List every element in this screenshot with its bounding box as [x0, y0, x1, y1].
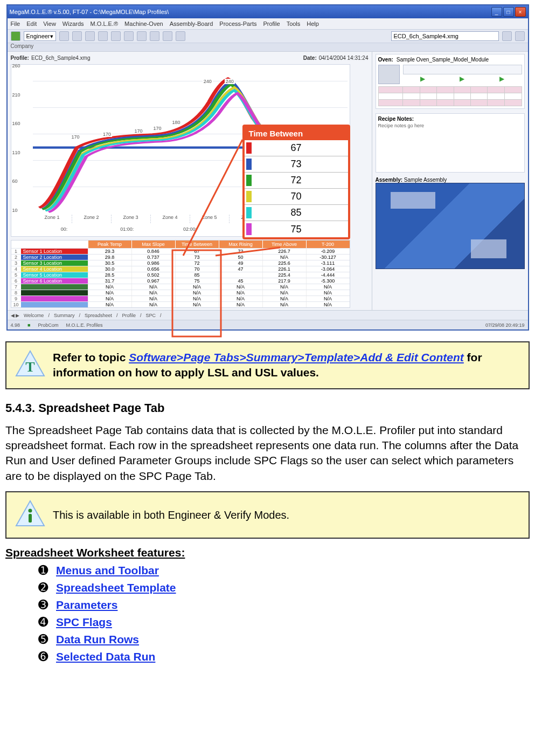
menu-item[interactable]: File [11, 20, 20, 27]
menu-item[interactable]: Process-Parts [219, 20, 256, 27]
feature-link[interactable]: Selected Data Run [56, 650, 155, 663]
table-row: 1Sensor 1 Location29.30.8466772226.7-0.2… [11, 248, 350, 254]
tab[interactable]: Spreadsheet [85, 313, 112, 318]
oven-sketch: ▶▶▶ [378, 65, 522, 84]
menubar: File Edit View Wizards M.O.L.E.® Machine… [8, 18, 528, 29]
feature-link[interactable]: Spreadsheet Template [56, 581, 176, 594]
table-row: 2Sensor 2 Location29.80.7377350N/A-30.12… [11, 254, 350, 260]
data-table: Peak Temp Max Slope Time Between Max Ris… [11, 240, 350, 308]
assembly-name: Sample Assembly [404, 177, 447, 183]
table-row: 7N/AN/AN/AN/AN/AN/A [11, 284, 350, 290]
toolbar-icon[interactable] [72, 31, 82, 41]
menu-item[interactable]: Profile [263, 20, 280, 27]
date-value: 04/14/2004 14:31:24 [319, 55, 369, 61]
tab[interactable]: Welcome [24, 313, 44, 318]
tab-strip: ◀ ▶ Welcome/ Summary/ Spreadsheet/ Profi… [8, 310, 528, 320]
main-panel: Profile: ECD_6ch_Sample4.xmg Date: 04/14… [8, 52, 372, 310]
table-row: 6Sensor 6 Location31.70.9677545217.9-5.3… [11, 278, 350, 284]
profile-name: ECD_6ch_Sample4.xmg [31, 55, 91, 61]
assembly-label: Assembly: [376, 177, 403, 183]
user-dropdown[interactable]: Engineer ▾ [24, 31, 56, 41]
toolbar-icon[interactable] [163, 31, 172, 41]
menu-item[interactable]: M.O.L.E.® [91, 20, 119, 27]
assembly-image [376, 183, 525, 269]
profile-label: Profile: [11, 55, 29, 61]
features-list: ➊Menus and Toolbar ➋Spreadsheet Template… [5, 563, 530, 664]
oven-label: Oven: [378, 57, 393, 63]
toolbar-icon[interactable] [85, 31, 95, 41]
menu-item[interactable]: Tools [287, 20, 301, 27]
section-heading: 5.4.3. Spreadsheet Page Tab [5, 401, 530, 415]
date-label: Date: [303, 55, 317, 61]
app-window: MegaM.O.L.E.® v.5.00, FT-07 - C:\MegaMOL… [6, 4, 529, 331]
callout-title: Time Between [245, 127, 348, 140]
svg-rect-7 [29, 514, 32, 523]
feature-link[interactable]: Menus and Toolbar [56, 564, 159, 577]
features-title: Spreadsheet Worksheet features: [5, 546, 530, 559]
info-icon [15, 500, 45, 530]
svg-point-6 [29, 509, 32, 513]
titlebar: MegaM.O.L.E.® v.5.00, FT-07 - C:\MegaMOL… [8, 5, 528, 18]
note-tip: T Refer to topic Software>Page Tabs>Summ… [5, 341, 530, 389]
file-dropdown[interactable]: ECD_6ch_Sample4.xmg [391, 31, 499, 41]
note-info: This is available in both Engineer & Ver… [5, 491, 530, 539]
toolbar-icon[interactable] [124, 31, 134, 41]
menu-item[interactable]: Wizards [62, 20, 84, 27]
menu-item[interactable]: View [43, 20, 56, 27]
callout-popup: Time Between 67 73 72 70 85 75 [242, 125, 350, 239]
toolbar: Engineer ▾ ECD_6ch_Sample4.xmg [8, 29, 528, 43]
table-row: 8N/AN/AN/AN/AN/AN/A [11, 290, 350, 295]
toolbar-icon[interactable] [150, 31, 159, 41]
table-row: 3Sensor 3 Location30.50.9867249225.6-3.1… [11, 260, 350, 266]
note-info-text: This is available in both Engineer & Ver… [53, 508, 289, 523]
table-row: 4Sensor 4 Location30.00.6567047226.1-3.0… [11, 266, 350, 272]
tab[interactable]: Profile [122, 313, 136, 318]
close-button[interactable]: × [515, 7, 526, 17]
toolbar-icon[interactable] [137, 31, 147, 41]
menu-item[interactable]: Edit [26, 20, 37, 27]
minimize-button[interactable]: _ [491, 7, 502, 17]
toolbar-icon[interactable] [515, 31, 525, 41]
tab[interactable]: SPC [146, 313, 156, 318]
toolbar-icon[interactable] [502, 31, 512, 41]
toolbar-icon[interactable] [176, 31, 185, 41]
feature-link[interactable]: Data Run Rows [56, 633, 139, 646]
toolbar-icon[interactable] [59, 31, 69, 41]
menu-item[interactable]: Help [307, 20, 319, 27]
note-link[interactable]: Software>Page Tabs>Summary>Template>Add … [129, 351, 464, 363]
toolbar-icon[interactable] [98, 31, 108, 41]
svg-text:T: T [25, 359, 34, 375]
feature-link[interactable]: SPC Flags [56, 616, 112, 629]
side-panel: Oven: Sample Oven_Sample_Model_Module ▶▶… [372, 52, 528, 310]
user-button[interactable] [11, 31, 20, 41]
oven-name: Sample Oven_Sample_Model_Module [397, 57, 489, 63]
maximize-button[interactable]: □ [503, 7, 514, 17]
menu-item[interactable]: Assembly-Board [170, 20, 213, 27]
status-bar: 4.98 ■ ProbCom M.O.L.E. Profiles 07/29/0… [8, 320, 528, 329]
tab[interactable]: Summary [54, 313, 75, 318]
toolbar-icon[interactable] [111, 31, 121, 41]
feature-link[interactable]: Parameters [56, 599, 117, 611]
window-title: MegaM.O.L.E.® v.5.00, FT-07 - C:\MegaMOL… [10, 9, 491, 15]
recipe-notes: Recipe Notes: Recipe notes go here [376, 113, 525, 173]
note-prefix: Refer to topic [53, 351, 129, 363]
table-row: 10N/AN/AN/AN/AN/AN/A [11, 301, 350, 307]
monitor-icon [378, 65, 400, 84]
table-row: 5Sensor 5 Location28.50.50285225.4-4.444 [11, 272, 350, 278]
section-paragraph: The Spreadsheet Page Tab contains data t… [5, 423, 530, 484]
section-label: Company [8, 43, 528, 52]
menu-item[interactable]: Machine-Oven [124, 20, 163, 27]
table-row: 9N/AN/AN/AN/AN/AN/A [11, 295, 350, 301]
tip-icon: T [15, 350, 45, 380]
